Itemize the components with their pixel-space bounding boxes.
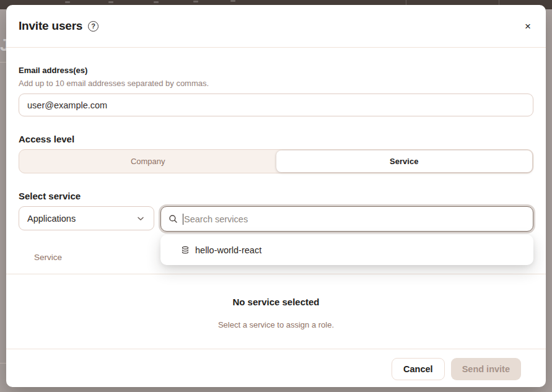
service-result-label: hello-world-react (195, 245, 261, 255)
chevron-down-icon (136, 214, 146, 224)
service-result-hello-world-react[interactable]: hello-world-react (160, 235, 533, 265)
email-input[interactable] (19, 94, 533, 116)
service-search-placeholder: Search services (184, 214, 248, 224)
footer-actions: Cancel Send invite (19, 349, 533, 387)
invite-users-modal: Invite users ? × Email address(es) Add u… (6, 5, 546, 387)
close-icon[interactable]: × (522, 19, 533, 34)
select-service-label: Select service (19, 191, 533, 201)
background-topbar-divider (499, 0, 499, 5)
text-cursor (183, 214, 183, 225)
empty-state-title: No service selected (19, 297, 533, 307)
service-type-select[interactable]: Applications (19, 206, 154, 230)
empty-state: No service selected Select a service to … (19, 274, 533, 329)
cancel-button[interactable]: Cancel (392, 358, 445, 380)
empty-state-subtitle: Select a service to assign a role. (19, 320, 533, 329)
background-page-text-fragment: J (0, 36, 6, 57)
service-type-select-value: Applications (27, 214, 76, 224)
background-nav-fragment (230, 0, 235, 2)
email-label: Email address(es) (19, 66, 533, 75)
access-level-option-company[interactable]: Company (20, 150, 276, 172)
modal-title: Invite users (19, 19, 82, 33)
service-search-input[interactable]: Search services (160, 206, 533, 232)
access-level-label: Access level (19, 134, 533, 144)
email-hint: Add up to 10 email addresses separated b… (19, 79, 533, 88)
modal-footer: Cancel Send invite (19, 349, 533, 387)
background-nav-fragment (154, 1, 159, 3)
send-invite-button[interactable]: Send invite (451, 358, 521, 380)
access-level-toggle: Company Service (19, 149, 533, 173)
modal-body: Email address(es) Add up to 10 email add… (6, 48, 546, 387)
background-page-divider (0, 363, 6, 364)
search-icon (169, 214, 178, 224)
background-nav-fragment (108, 1, 113, 3)
help-icon[interactable]: ? (88, 21, 99, 32)
service-results-dropdown: hello-world-react (160, 235, 533, 265)
layers-icon (181, 246, 190, 255)
background-topbar-divider (406, 0, 406, 5)
access-level-option-service[interactable]: Service (276, 150, 533, 172)
modal-header: Invite users ? × (6, 5, 546, 48)
background-nav-fragment (193, 1, 198, 2)
background-nav-fragment (65, 1, 70, 3)
service-picker-row: Applications Search serv (19, 206, 533, 232)
service-search-wrap: Search services hello-world-react (160, 206, 533, 232)
background-page-divider (0, 62, 6, 63)
